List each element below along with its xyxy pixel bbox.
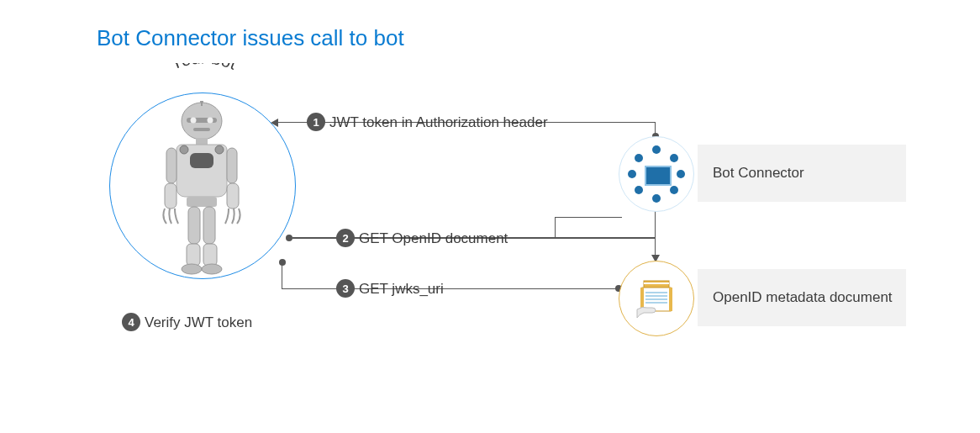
openid-node xyxy=(619,261,694,336)
svg-rect-20 xyxy=(203,244,217,266)
connector-line xyxy=(555,217,622,218)
svg-point-4 xyxy=(208,118,213,124)
svg-rect-16 xyxy=(227,183,239,209)
svg-text:Your bot: Your bot xyxy=(168,63,240,73)
svg-rect-31 xyxy=(669,288,672,311)
svg-point-10 xyxy=(180,145,188,154)
svg-rect-24 xyxy=(644,283,669,284)
bot-connector-label: Bot Connector xyxy=(698,145,906,202)
arrow-left-icon xyxy=(271,119,278,127)
svg-rect-9 xyxy=(190,153,213,168)
svg-rect-14 xyxy=(165,183,177,209)
svg-point-22 xyxy=(202,264,222,274)
bot-connector-node xyxy=(619,136,694,212)
svg-rect-18 xyxy=(203,207,215,244)
svg-rect-15 xyxy=(227,148,237,183)
diagram-title: Bot Connector issues call to bot xyxy=(97,25,404,51)
step-badge-4: 4 xyxy=(122,313,140,331)
step-text-2: GET OpenID document xyxy=(359,230,508,247)
document-hand-icon xyxy=(634,276,679,321)
connector-line xyxy=(282,264,282,289)
connector-dot xyxy=(286,235,292,241)
chip-icon xyxy=(645,166,672,186)
step-badge-2: 2 xyxy=(336,229,355,247)
svg-point-21 xyxy=(182,264,202,274)
svg-rect-17 xyxy=(188,207,200,244)
robot-icon xyxy=(143,101,261,277)
svg-rect-19 xyxy=(187,244,200,266)
svg-rect-8 xyxy=(196,138,208,145)
connector-line xyxy=(538,237,656,238)
step-text-3: GET jwks_uri xyxy=(359,281,444,298)
gear-icon xyxy=(630,147,683,201)
connector-line xyxy=(655,238,656,256)
step-text-4: Verify JWT token xyxy=(145,314,252,331)
step-badge-1: 1 xyxy=(307,113,325,131)
svg-point-11 xyxy=(215,145,224,154)
step-badge-3: 3 xyxy=(336,279,355,298)
connector-line xyxy=(655,210,656,238)
svg-point-3 xyxy=(191,118,197,124)
step-text-1: JWT token in Authorization header xyxy=(329,114,548,131)
connector-line xyxy=(282,288,618,289)
svg-rect-5 xyxy=(193,128,210,131)
svg-rect-12 xyxy=(187,197,217,207)
svg-rect-13 xyxy=(166,148,177,183)
connector-line xyxy=(655,122,656,135)
openid-label: OpenID metadata document xyxy=(698,269,906,326)
connector-line xyxy=(555,217,556,238)
